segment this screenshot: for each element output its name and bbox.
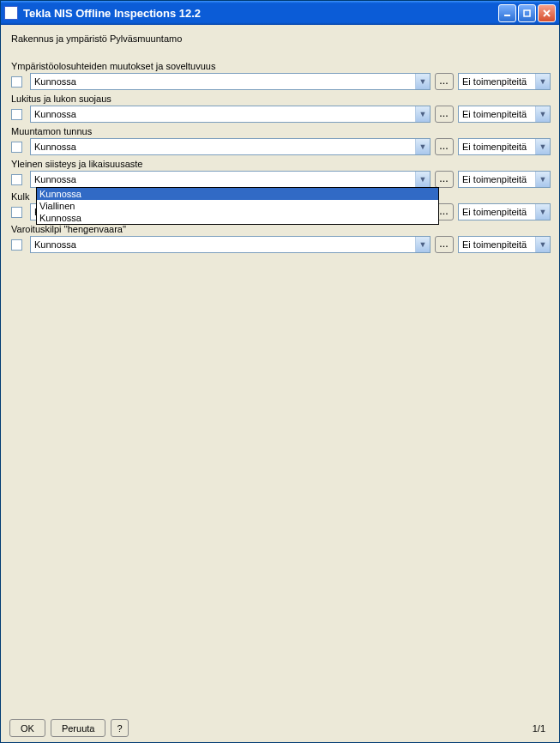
checkbox[interactable] <box>11 109 22 120</box>
field-row: Kunnossa ▼ ... Ei toimenpiteitä ▼ <box>9 138 551 155</box>
app-icon <box>4 6 18 20</box>
status-combo-open[interactable]: Kunnossa ▼ <box>30 171 431 188</box>
close-button[interactable] <box>538 4 556 22</box>
field-row: Kunnossa ▼ ... Ei toimenpiteitä ▼ Kunnos… <box>9 171 551 188</box>
dropdown-item[interactable]: Kunnossa <box>37 188 438 200</box>
chevron-down-icon: ▼ <box>535 237 550 252</box>
chevron-down-icon: ▼ <box>535 204 550 220</box>
chevron-down-icon: ▼ <box>415 106 430 122</box>
page-heading: Rakennus ja ympäristö Pylväsmuuntamo <box>9 32 551 59</box>
cancel-button[interactable]: Peruuta <box>51 719 106 737</box>
combo-text: Ei toimenpiteitä <box>459 76 535 87</box>
chevron-down-icon: ▼ <box>535 172 550 187</box>
chevron-down-icon: ▼ <box>535 139 550 154</box>
ellipsis-button[interactable]: ... <box>435 236 454 253</box>
dropdown-list: Kunnossa Viallinen Kunnossa <box>36 187 439 225</box>
page-indicator: 1/1 <box>533 723 551 734</box>
combo-text: Kunnossa <box>31 109 415 119</box>
field-label: Ympäristöolosuhteiden muutokset ja sovel… <box>9 59 551 73</box>
field-row: Kunnossa ▼ ... Ei toimenpiteitä ▼ <box>9 73 551 90</box>
maximize-button[interactable] <box>518 4 536 22</box>
help-button[interactable]: ? <box>111 719 128 737</box>
status-combo[interactable]: Kunnossa ▼ <box>30 106 431 123</box>
action-combo[interactable]: Ei toimenpiteitä ▼ <box>458 171 551 188</box>
action-combo[interactable]: Ei toimenpiteitä ▼ <box>458 236 551 253</box>
minimize-button[interactable] <box>498 4 516 22</box>
window-title: Tekla NIS Offline Inspections 12.2 <box>23 7 498 20</box>
footer: OK Peruuta ? 1/1 <box>9 716 551 737</box>
status-combo[interactable]: Kunnossa ▼ <box>30 138 431 155</box>
ellipsis-button[interactable]: ... <box>435 106 454 123</box>
chevron-down-icon: ▼ <box>415 74 430 89</box>
svg-rect-1 <box>524 10 530 16</box>
checkbox[interactable] <box>11 174 22 185</box>
status-combo[interactable]: Kunnossa ▼ <box>30 73 431 90</box>
combo-text: Ei toimenpiteitä <box>459 239 535 250</box>
action-combo[interactable]: Ei toimenpiteitä ▼ <box>458 138 551 155</box>
ellipsis-button[interactable]: ... <box>435 171 454 188</box>
field-label: Yleinen siisteys ja likaisuusaste <box>9 157 551 171</box>
window-buttons <box>498 4 556 22</box>
ellipsis-button[interactable]: ... <box>435 138 454 155</box>
combo-text: Kunnossa <box>31 76 415 87</box>
ok-button[interactable]: OK <box>9 719 45 737</box>
status-combo[interactable]: Kunnossa ▼ <box>30 236 431 253</box>
field-row: Kunnossa ▼ ... Ei toimenpiteitä ▼ <box>9 236 551 253</box>
chevron-down-icon: ▼ <box>535 74 550 89</box>
client-area: Rakennus ja ympäristö Pylväsmuuntamo Ymp… <box>1 25 559 742</box>
ellipsis-button[interactable]: ... <box>435 73 454 90</box>
app-window: Tekla NIS Offline Inspections 12.2 Raken… <box>0 0 560 743</box>
field-label: Muuntamon tunnus <box>9 124 551 138</box>
combo-text: Kunnossa <box>31 174 415 184</box>
chevron-down-icon: ▼ <box>415 172 430 187</box>
combo-text: Kunnossa <box>31 239 415 250</box>
combo-text: Ei toimenpiteitä <box>459 109 535 119</box>
dropdown-item[interactable]: Viallinen <box>37 200 438 212</box>
action-combo[interactable]: Ei toimenpiteitä ▼ <box>458 106 551 123</box>
chevron-down-icon: ▼ <box>535 106 550 122</box>
checkbox[interactable] <box>11 207 22 218</box>
action-combo[interactable]: Ei toimenpiteitä ▼ <box>458 73 551 90</box>
combo-text: Ei toimenpiteitä <box>459 207 535 217</box>
titlebar[interactable]: Tekla NIS Offline Inspections 12.2 <box>1 1 559 25</box>
field-row: Kunnossa ▼ ... Ei toimenpiteitä ▼ <box>9 106 551 123</box>
action-combo[interactable]: Ei toimenpiteitä ▼ <box>458 203 551 220</box>
chevron-down-icon: ▼ <box>415 139 430 154</box>
chevron-down-icon: ▼ <box>415 237 430 252</box>
dropdown-item[interactable]: Kunnossa <box>37 212 438 224</box>
combo-text: Ei toimenpiteitä <box>459 174 535 184</box>
checkbox[interactable] <box>11 142 22 153</box>
field-label: Lukitus ja lukon suojaus <box>9 92 551 106</box>
combo-text: Kunnossa <box>31 142 415 152</box>
svg-rect-0 <box>504 15 510 16</box>
checkbox[interactable] <box>11 239 22 251</box>
combo-text: Ei toimenpiteitä <box>459 142 535 152</box>
checkbox[interactable] <box>11 76 22 88</box>
